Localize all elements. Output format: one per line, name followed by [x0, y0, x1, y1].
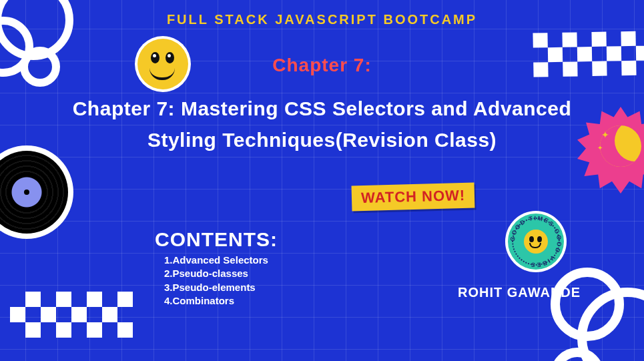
contents-heading: CONTENTS: — [155, 228, 278, 251]
watch-now-button[interactable]: WATCH NOW! — [352, 183, 475, 212]
contents-block: CONTENTS: 1.Advanced Selectors 2.Pseudo-… — [155, 228, 278, 308]
checker-decoration-top-right — [533, 31, 644, 77]
contents-item: 3.Pseudo-elements — [155, 281, 278, 294]
checker-decoration-bottom-left — [10, 292, 133, 338]
main-title: Chapter 7: Mastering CSS Selectors and A… — [49, 93, 596, 155]
good-times-badge-icon: GOOD TIMES GOOD VIBES — [508, 214, 564, 270]
contents-item: 1.Advanced Selectors — [155, 254, 278, 267]
author-name: ROHIT GAWANDE — [458, 285, 581, 300]
chapter-label: Chapter 7: — [272, 55, 371, 76]
contents-item: 2.Pseudo-classes — [155, 267, 278, 280]
watch-now-label: WATCH NOW! — [361, 187, 466, 206]
contents-item: 4.Combinators — [155, 294, 278, 308]
bootcamp-label: FULL STACK JAVASCRIPT BOOTCAMP — [167, 12, 477, 27]
smiley-icon — [137, 39, 188, 89]
